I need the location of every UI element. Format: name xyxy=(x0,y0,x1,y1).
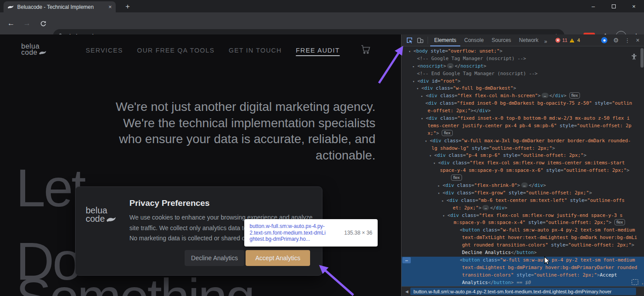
dom-tree-row[interactable]: ▸<div class="mb-6 text-center sm:text-le… xyxy=(402,197,644,205)
window-maximize-button[interactable] xyxy=(603,0,624,12)
dom-tree-row[interactable]: <button class="w-full sm:w-auto px-4 py-… xyxy=(402,227,644,234)
warning-count-badge: 4 xyxy=(577,38,580,43)
more-tabs-chevron[interactable]: » xyxy=(542,36,549,45)
tab-favicon-whale-icon xyxy=(8,5,14,9)
nav-item-services[interactable]: SERVICES xyxy=(86,47,123,54)
error-icon xyxy=(555,38,561,43)
logo-line2: code xyxy=(21,49,38,56)
dom-tree-row[interactable]: text-dmLightest bg-dmPrimary hover:bg-dm… xyxy=(402,264,644,272)
dom-tree-row[interactable]: ▾<div id="root"> xyxy=(402,78,644,85)
error-count-badge: 11 xyxy=(562,38,568,43)
device-toolbar-button[interactable] xyxy=(415,36,425,45)
nav-item-our-free-qa-tools[interactable]: OUR FREE QA TOOLS xyxy=(137,47,215,54)
dom-tree-row[interactable]: ▾<body style="overflow: unset;"> xyxy=(402,48,644,55)
dom-tree-row[interactable]: ▾<div class="flex-grow" style="outline-o… xyxy=(402,190,644,197)
tooltip-selector: button.w-full.sm:w-auto.px-4.py-2.text-s… xyxy=(250,223,326,243)
dom-tree-row[interactable]: ▸<div class="flex-shrink-0">…</div> xyxy=(402,182,644,190)
decline-analytics-button[interactable]: Decline Analytics xyxy=(185,250,244,266)
dom-tree-row[interactable]: text-dmTxtLight hover:text-dmLightest bg… xyxy=(402,234,644,242)
modal-title: Privacy Preferences xyxy=(129,198,210,208)
devtools-menu-kebab-icon[interactable]: ⋮ xyxy=(625,37,630,44)
settings-gear-icon[interactable]: ⚙ xyxy=(613,37,619,44)
window-close-button[interactable]: × xyxy=(624,0,644,12)
back-button[interactable]: ← xyxy=(4,17,18,30)
selected-node-more-actions[interactable]: … xyxy=(402,257,411,263)
inspect-tooltip: button.w-full.sm:w-auto.px-4.py-2.text-s… xyxy=(244,219,378,247)
warning-icon xyxy=(569,38,575,43)
dom-tree-lines: ▾<body style="overflow: unset;"><!-- Goo… xyxy=(402,48,644,286)
devtools-tab-console[interactable]: Console xyxy=(460,34,488,46)
dom-tree-row[interactable]: space-y-4 sm:space-y-0 sm:space-x-6" sty… xyxy=(402,167,644,175)
modal-logo-whale-icon xyxy=(106,216,116,224)
devtools-statusbar: ◀ button.w-full.sm\:w-auto.px-4.py-2.tex… xyxy=(402,286,644,296)
devtools-tab-network[interactable]: Network xyxy=(515,34,542,46)
tooltip-dimensions: 135.38 × 36 xyxy=(340,230,372,236)
breadcrumb-item[interactable]: button.w-full.sm\:w-auto.px-4.py-2.text-… xyxy=(410,288,636,295)
accessibility-toggle-icon[interactable] xyxy=(631,53,637,61)
inspect-element-button[interactable] xyxy=(404,36,415,45)
toolbar-separator xyxy=(428,37,428,44)
nav-item-free-audit[interactable]: FREE AUDIT xyxy=(296,47,340,54)
new-tab-button[interactable]: + xyxy=(123,2,133,11)
hero-text: We're not just another digital marketing… xyxy=(116,99,375,163)
devtools-extension-icon[interactable] xyxy=(601,37,607,43)
devtools-toolbar: ElementsConsoleSourcesNetwork » 11 4 xyxy=(402,34,644,46)
reload-button[interactable] xyxy=(36,17,49,30)
devtools-panel: ElementsConsoleSourcesNetwork » 11 4 xyxy=(401,34,644,296)
cart-icon[interactable] xyxy=(360,44,371,57)
dom-tree-row[interactable]: x;">flex xyxy=(402,130,644,137)
dom-tree-row[interactable]: flex xyxy=(402,175,644,182)
browser-tab[interactable]: Beluacode - Technical Implemen × xyxy=(4,1,116,12)
focus-page-icon[interactable] xyxy=(632,279,638,285)
dom-tree-row[interactable]: ▾<div class="p-4 sm:p-6" style="outline-… xyxy=(402,152,644,159)
accept-analytics-button[interactable]: Accept Analytics xyxy=(246,250,310,266)
bg-word-let: Let xyxy=(16,161,84,214)
nav-item-get-in-touch[interactable]: GET IN TOUCH xyxy=(229,47,282,54)
dom-tree-row[interactable]: <!-- Google Tag Manager (noscript) --> xyxy=(402,55,644,63)
dom-tree-row[interactable]: ▾<div class="w-full bg-dmDarkest"> xyxy=(402,85,644,92)
dom-tree-row[interactable]: transition-colors" style="outline-offset… xyxy=(402,272,644,279)
device-toolbar-icon xyxy=(417,37,424,44)
dom-tree-row[interactable]: et: 2px;">…</div> xyxy=(402,205,644,212)
forward-button[interactable]: → xyxy=(20,17,34,30)
dom-tree-row[interactable]: e-offset: 2px;"></div> xyxy=(402,107,644,115)
dom-tree-row[interactable]: <div class="fixed inset-0 bg-dmDarkest b… xyxy=(402,100,644,107)
scrollbar-thumb[interactable] xyxy=(640,48,644,68)
browser-toolbar: ← → beluacode.com ☆ OFF xyxy=(0,12,644,34)
devtools-tab-sources[interactable]: Sources xyxy=(488,34,515,46)
dom-tree-row[interactable]: Analytics</button> == $0 xyxy=(402,279,644,286)
dom-tree-row[interactable]: lg shadow-lg" style="outline-offset: 2px… xyxy=(402,145,644,152)
browser-titlebar: Beluacode - Technical Implemen × + – × xyxy=(0,0,644,12)
window-minimize-button[interactable]: – xyxy=(583,0,603,12)
page-nav: SERVICESOUR FREE QA TOOLSGET IN TOUCHFRE… xyxy=(86,47,340,54)
dom-tree-row[interactable]: ght rounded transition-colors" style="ou… xyxy=(402,242,644,249)
dom-tree: ▾<body style="overflow: unset;"><!-- Goo… xyxy=(402,46,644,286)
breadcrumb-back-chevron[interactable]: ◀ xyxy=(403,289,410,294)
modal-logo: belua code xyxy=(86,206,116,224)
devtools-close-button[interactable]: × xyxy=(636,37,640,44)
webpage: belua code SERVICESOUR FREE QA TOOLSGET … xyxy=(0,34,401,296)
dom-tree-row[interactable]: tems-center justify-center px-4 pb-4 sm:… xyxy=(402,122,644,130)
dom-tree-row[interactable]: <!-- End Google Tag Manager (noscript) -… xyxy=(402,70,644,78)
dom-tree-row[interactable]: ▸<div class="flex flex-col min-h-screen"… xyxy=(402,92,644,100)
dom-tree-row[interactable]: ▾<div class="fixed inset-x-0 top-0 botto… xyxy=(402,115,644,122)
dom-tree-row[interactable]: <button class="w-full sm:w-auto px-4 py-… xyxy=(402,257,644,264)
logo-whale-icon xyxy=(39,50,46,56)
maximize-icon xyxy=(612,4,616,8)
dom-tree-row[interactable]: ▾<div class="flex flex-col sm:flex-row j… xyxy=(402,212,644,220)
dom-tree-row[interactable]: ▸<noscript>…</noscript> xyxy=(402,63,644,70)
dom-tree-row[interactable]: Decline Analytics</button> xyxy=(402,249,644,257)
devtools-tabs: ElementsConsoleSourcesNetwork xyxy=(430,34,542,46)
modal-logo-line2: code xyxy=(86,214,105,224)
dom-tree-row[interactable]: m:space-y-0 sm:space-x-4" style="outline… xyxy=(402,219,644,227)
tab-close-button[interactable]: × xyxy=(108,4,112,10)
dom-tree-row[interactable]: ▾<div class="w-full max-w-3xl bg-dmDarke… xyxy=(402,137,644,145)
tab-title: Beluacode - Technical Implemen xyxy=(17,4,105,10)
screenshot-root: Beluacode - Technical Implemen × + – × ←… xyxy=(0,0,644,296)
reload-icon xyxy=(40,20,46,27)
devtools-tab-elements[interactable]: Elements xyxy=(430,34,460,46)
issues-badges[interactable]: 11 4 xyxy=(555,38,580,43)
scrollbar-down-arrow[interactable]: ▾ xyxy=(641,282,644,286)
site-logo[interactable]: belua code xyxy=(21,43,46,56)
dom-tree-row[interactable]: ▾<div class="flex flex-col sm:flex-row i… xyxy=(402,159,644,167)
